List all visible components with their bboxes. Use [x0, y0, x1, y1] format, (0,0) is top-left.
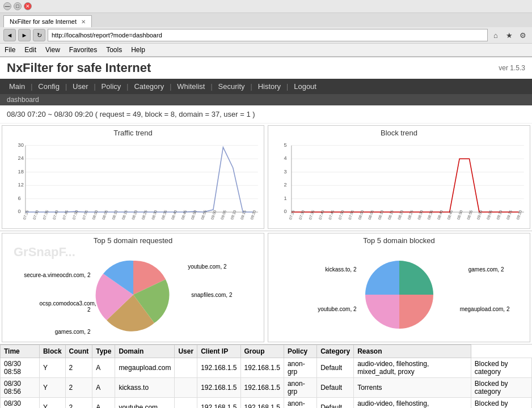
back-button[interactable]: ◄ [3, 29, 16, 41]
nav-config[interactable]: Config [33, 79, 64, 94]
svg-text:18: 18 [18, 168, 24, 175]
svg-text:07:45: 07:45 [62, 210, 69, 220]
col-domain: Domain [115, 345, 175, 358]
pie1-title: Top 5 domain requested [5, 236, 261, 245]
view-menu[interactable]: View [41, 45, 65, 55]
cell-type: A [92, 378, 115, 398]
nav-category[interactable]: Category [129, 79, 168, 94]
data-table: Time Block Count Type Domain User Client… [0, 345, 532, 408]
svg-text:07:40: 07:40 [52, 210, 59, 220]
col-reason: Reason [354, 345, 471, 358]
col-count: Count [65, 345, 92, 358]
pie1-label-games: games.com, 2 [45, 329, 91, 335]
svg-text:08:20: 08:20 [397, 210, 404, 220]
col-policy: Policy [284, 345, 316, 358]
svg-text:08:05: 08:05 [102, 210, 108, 220]
nav-whitelist[interactable]: Whitelist [172, 79, 209, 94]
svg-text:08:05: 08:05 [368, 210, 374, 220]
svg-text:08:30: 08:30 [417, 210, 424, 220]
svg-text:07:40: 07:40 [318, 210, 325, 220]
pie2-chart [357, 255, 442, 334]
forward-button[interactable]: ► [18, 29, 31, 41]
col-client-ip: Client IP [197, 345, 240, 358]
cell-user [175, 358, 197, 378]
svg-text:07:30: 07:30 [32, 210, 39, 220]
svg-text:08:30: 08:30 [151, 210, 158, 220]
cell-category: audio-video, filehosting, mixed_adult, r… [354, 398, 471, 409]
minimize-button[interactable]: — [3, 2, 11, 10]
nav-logout[interactable]: Logout [289, 79, 321, 94]
svg-text:09:10: 09:10 [230, 210, 237, 220]
col-type: Type [92, 345, 115, 358]
svg-text:09:20: 09:20 [250, 210, 256, 220]
home-icon[interactable]: ⌂ [490, 29, 501, 41]
svg-text:07:50: 07:50 [71, 210, 78, 220]
table-row: 08/30 08:56 Y 2 A kickass.to 192.168.1.5… [1, 378, 532, 398]
cell-type: A [92, 398, 115, 409]
nav-main[interactable]: Main [5, 79, 29, 94]
file-menu[interactable]: File [0, 45, 20, 55]
browser-tab[interactable]: NxFilter for safe Internet ✕ [3, 15, 92, 27]
svg-text:3: 3 [284, 168, 287, 175]
svg-text:09:15: 09:15 [240, 210, 247, 220]
cell-block: Y [39, 378, 65, 398]
favorites-icon[interactable]: ★ [504, 29, 515, 41]
pie1-chart [91, 255, 176, 334]
svg-text:08:00: 08:00 [357, 210, 364, 220]
col-group: Group [240, 345, 284, 358]
svg-text:08:40: 08:40 [437, 210, 444, 220]
site-title: NxFilter for safe Internet [7, 61, 151, 75]
svg-text:08:50: 08:50 [457, 210, 463, 220]
tab-close-button[interactable]: ✕ [81, 19, 86, 25]
pie1-label-ocsp: ocsp.comodoca3.com, 2 [40, 300, 91, 313]
block-chart: 5 4 3 2 1 0 07:25 [271, 139, 527, 227]
cell-block: Y [39, 358, 65, 378]
favorites-menu[interactable]: Favorites [65, 45, 102, 55]
tools-icon[interactable]: ⚙ [517, 29, 529, 41]
edit-menu[interactable]: Edit [20, 45, 41, 55]
cell-reason: Blocked by category [471, 358, 531, 378]
pie2-label-games: games.com, 2 [468, 266, 504, 273]
nav-user[interactable]: User [68, 79, 92, 94]
col-time: Time [1, 345, 40, 358]
address-bar[interactable] [48, 29, 488, 41]
svg-text:08:25: 08:25 [141, 210, 147, 220]
svg-text:08:40: 08:40 [171, 210, 178, 220]
cell-domain: megaupload.com [115, 358, 175, 378]
svg-text:07:55: 07:55 [82, 210, 88, 220]
cell-policy: Default [317, 358, 354, 378]
stats-text: 08/30 07:20 ~ 08/30 09:20 ( request = 49… [7, 110, 255, 118]
svg-text:12: 12 [18, 181, 24, 188]
svg-text:24: 24 [18, 155, 24, 161]
cell-type: A [92, 358, 115, 378]
svg-text:08:25: 08:25 [407, 210, 413, 220]
cell-client-ip2: 192.168.1.5 [240, 398, 284, 409]
cell-category: Torrents [354, 378, 471, 398]
breadcrumb: dashboard [7, 96, 39, 104]
svg-text:08:55: 08:55 [200, 210, 207, 220]
svg-text:5: 5 [284, 142, 287, 148]
cell-time: 08/30 08:56 [1, 378, 40, 398]
traffic-chart: 30 24 18 12 6 0 0 [5, 139, 261, 227]
maximize-button[interactable]: □ [14, 2, 22, 10]
cell-client-ip2: 192.168.1.5 [240, 378, 284, 398]
cell-count: 2 [65, 358, 92, 378]
cell-count: 2 [65, 378, 92, 398]
cell-time: 08/30 08:58 [1, 358, 40, 378]
pie1-label-snapfiles: snapfiles.com, 2 [191, 292, 232, 298]
close-button[interactable]: ✕ [24, 2, 32, 10]
cell-user [175, 378, 197, 398]
pie1-label-vimeocdn: secure-a.vimeocdn.com, 2 [17, 272, 91, 278]
nav-security[interactable]: Security [214, 79, 250, 94]
tools-menu[interactable]: Tools [102, 45, 126, 55]
nav-policy[interactable]: Policy [97, 79, 126, 94]
refresh-button[interactable]: ↻ [33, 29, 45, 41]
svg-text:08:10: 08:10 [111, 210, 118, 220]
svg-text:09:15: 09:15 [506, 210, 513, 220]
cell-domain: kickass.to [115, 378, 175, 398]
nav-history[interactable]: History [254, 79, 285, 94]
help-menu[interactable]: Help [126, 45, 150, 55]
cell-client-ip: 192.168.1.5 [197, 398, 240, 409]
svg-text:08:50: 08:50 [191, 210, 197, 220]
svg-text:09:05: 09:05 [220, 210, 227, 220]
